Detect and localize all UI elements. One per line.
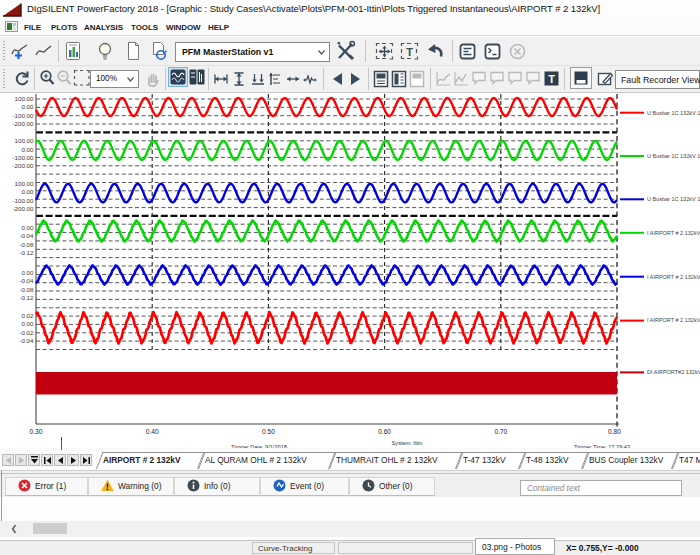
svg-text:0.80: 0.80 [608,428,621,435]
svg-text:U Busbar 1C 132kV 1: U Busbar 1C 132kV 1 [647,153,700,159]
svg-text:U Busbar 1C 132kV 1: U Busbar 1C 132kV 1 [647,196,700,202]
svg-text:T: T [406,46,413,58]
svg-text:100.00: 100.00 [15,180,34,187]
svg-text:-200.00: -200.00 [13,162,35,169]
svg-text:U Busbar 1C 132kV 1: U Busbar 1C 132kV 1 [647,110,700,116]
svg-text:-0.08: -0.08 [19,286,34,293]
svg-text:-100.00: -100.00 [13,112,35,119]
svg-text:0.00: 0.00 [21,188,34,195]
svg-text:-0.08: -0.08 [19,241,34,248]
svg-text:0.40: 0.40 [146,428,159,435]
svg-text:0.70: 0.70 [494,428,507,435]
svg-text:I AIRPORT # 2 132kV: I AIRPORT # 2 132kV [647,274,700,280]
svg-text:-200.00: -200.00 [13,120,35,127]
svg-text:-100.00: -100.00 [13,197,35,204]
svg-text:-200.00: -200.00 [13,205,35,212]
svg-text:-0.04: -0.04 [19,277,34,284]
svg-text:T: T [548,73,555,85]
svg-text:0.60: 0.60 [378,428,391,435]
svg-text:-0.12: -0.12 [19,249,34,256]
svg-text:0.02: 0.02 [21,312,34,319]
svg-text:0.00: 0.00 [21,224,34,231]
svg-text:0.00: 0.00 [21,103,34,110]
svg-text:-0.12: -0.12 [19,294,34,301]
svg-text:I AIRPORT # 2 132kV: I AIRPORT # 2 132kV [647,317,700,323]
svg-text:System: Ittin: System: Ittin [392,440,423,446]
svg-text:-0.04: -0.04 [19,232,34,239]
svg-text:0.30: 0.30 [30,428,43,435]
svg-text:-100.00: -100.00 [13,154,35,161]
svg-text:I AIRPORT # 2 132kV: I AIRPORT # 2 132kV [647,230,700,236]
svg-text:0.00: 0.00 [21,269,34,276]
svg-text:-0.04: -0.04 [19,337,34,344]
svg-text:100.00: 100.00 [15,137,34,144]
svg-text:0.00: 0.00 [21,146,34,153]
svg-text:0.50: 0.50 [262,428,275,435]
svg-text:-0.02: -0.02 [19,329,34,336]
svg-text:DI AIRPORT#2 132kV: DI AIRPORT#2 132kV [647,369,700,375]
svg-text:0.00: 0.00 [21,320,34,327]
svg-text:100.00: 100.00 [15,95,34,102]
